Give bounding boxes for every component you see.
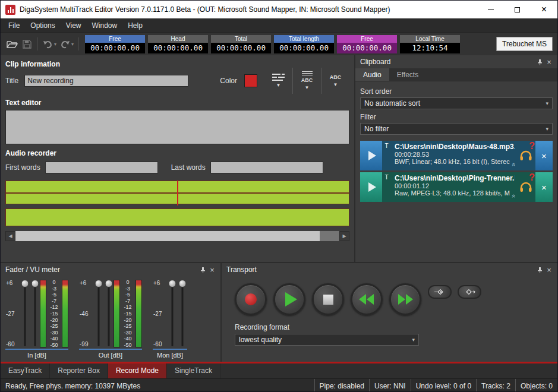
app-window: DigaSystem MultiTrack Editor Version 7.0…: [0, 0, 558, 392]
fader-slider[interactable]: [177, 279, 187, 349]
abc-text-dropdown[interactable]: ABC ▼: [321, 68, 349, 94]
playhead-cursor[interactable]: [177, 181, 178, 206]
close-button[interactable]: ×: [531, 1, 557, 18]
pin-icon[interactable]: [198, 265, 207, 274]
save-button[interactable]: [20, 36, 34, 52]
toolbar-separator: [78, 37, 78, 50]
fader-scale-labels: +6 -27 -60: [153, 279, 167, 349]
stop-button[interactable]: [312, 283, 344, 315]
waveform-display[interactable]: [5, 181, 349, 226]
collapse-chevrons-icon[interactable]: «: [510, 194, 516, 198]
track-layout-dropdown[interactable]: ▼: [264, 68, 292, 94]
fader-slider[interactable]: [20, 279, 30, 349]
clip-color-swatch[interactable]: [244, 74, 257, 87]
remove-item-button[interactable]: ×: [535, 141, 553, 170]
redo-button[interactable]: [58, 36, 72, 52]
menu-item-file[interactable]: File: [3, 18, 25, 33]
play-item-button[interactable]: [360, 141, 382, 170]
fader-footer: In [dB] Out [dB] Mon [dB]: [1, 349, 220, 362]
close-icon: ×: [541, 5, 547, 14]
redo-dropdown-arrow[interactable]: ▾: [71, 42, 74, 47]
open-file-button[interactable]: [5, 36, 20, 52]
scroll-right-button[interactable]: ▶: [339, 231, 349, 241]
text-lines-dropdown[interactable]: ABC ▼: [293, 68, 321, 94]
scroll-left-button[interactable]: ◀: [5, 231, 15, 241]
fader-title: Fader / VU meter: [5, 265, 198, 274]
audio-recorder-title: Audio recorder: [1, 144, 354, 160]
tab-audio[interactable]: Audio: [355, 68, 389, 81]
menu-item-options[interactable]: Options: [25, 18, 60, 33]
fader-slider[interactable]: [167, 279, 177, 349]
object-marker-button-2[interactable]: [458, 285, 481, 299]
fader-knob[interactable]: [21, 280, 29, 287]
menu-bar: File Options View Window Help: [1, 18, 557, 33]
clipboard-item[interactable]: T C:\Users\nin\Desktop\Ping-Trenner.MP3 …: [360, 172, 553, 202]
tab-effects[interactable]: Effects: [389, 68, 426, 81]
pin-icon[interactable]: [535, 57, 544, 67]
recording-format-value: lowest quality: [239, 336, 282, 344]
tab-reporter-box[interactable]: Reporter Box: [50, 363, 108, 378]
scale-bottom: -60: [153, 341, 162, 347]
pin-icon[interactable]: [535, 265, 544, 274]
undo-icon: [43, 40, 53, 49]
question-icon: ?: [529, 141, 535, 151]
collapse-chevrons-icon[interactable]: «: [510, 163, 516, 166]
record-icon: [245, 293, 257, 305]
close-panel-icon[interactable]: ×: [544, 265, 554, 274]
item-type-label: T: [382, 141, 391, 170]
fader-knob[interactable]: [168, 280, 176, 287]
undo-button[interactable]: [40, 36, 55, 52]
minimize-button[interactable]: [477, 1, 504, 18]
clipboard-body: Sort order No automatic sort ▾ Filter No…: [355, 81, 557, 204]
prelisten-button[interactable]: ?: [516, 141, 535, 170]
font-selector-button[interactable]: Trebuchet MS: [496, 37, 553, 51]
horizontal-scrollbar[interactable]: ◀ ▶: [5, 231, 349, 241]
window-controls: ×: [477, 1, 557, 18]
clipboard-item[interactable]: T C:\Users\nin\Desktop\Maus-48.mp3.wav 0…: [360, 141, 553, 170]
fader-knob[interactable]: [94, 280, 102, 287]
fader-knob[interactable]: [178, 280, 186, 287]
undo-dropdown-arrow[interactable]: ▾: [54, 42, 56, 47]
first-words-input[interactable]: [45, 162, 158, 173]
scale-top: +6: [80, 280, 86, 286]
timebox-value: 00:00:00.00: [337, 43, 397, 53]
clip-title-input[interactable]: [24, 75, 188, 87]
tab-easytrack[interactable]: EasyTrack: [1, 363, 50, 378]
fader-knob[interactable]: [105, 280, 112, 287]
scrollbar-thumb[interactable]: [15, 231, 320, 241]
waveform-track-2[interactable]: [5, 208, 349, 226]
item-path: C:\Users\nin\Desktop\Maus-48.mp3.wav: [395, 143, 515, 151]
mode-tab-bar: EasyTrack Reporter Box Record Mode Singl…: [1, 363, 557, 378]
scrollbar-track[interactable]: [15, 231, 339, 241]
close-panel-icon[interactable]: ×: [544, 57, 554, 67]
fader-knob[interactable]: [31, 280, 39, 287]
menu-item-window[interactable]: Window: [87, 18, 123, 33]
object-marker-button-1[interactable]: [428, 285, 452, 299]
rewind-button[interactable]: [351, 283, 383, 315]
scale-mid: -27: [153, 311, 162, 317]
maximize-button[interactable]: [504, 1, 531, 18]
text-editor-area[interactable]: [5, 110, 349, 144]
fader-slider[interactable]: [103, 279, 114, 349]
recording-format-select[interactable]: lowest quality ▾: [235, 334, 419, 346]
record-button[interactable]: [235, 283, 267, 315]
close-panel-icon[interactable]: ×: [207, 265, 217, 274]
color-label: Color: [220, 77, 237, 85]
first-words-label: First words: [5, 163, 40, 172]
filter-select[interactable]: No filter ▾: [360, 123, 553, 135]
fast-forward-button[interactable]: [389, 283, 421, 315]
prelisten-button[interactable]: ?: [516, 172, 535, 202]
play-button[interactable]: [273, 283, 305, 315]
status-undo: Undo level: 0 of 0: [411, 379, 476, 392]
fader-slider[interactable]: [93, 279, 103, 349]
remove-item-button[interactable]: ×: [535, 172, 553, 202]
last-words-input[interactable]: [210, 162, 323, 173]
menu-item-help[interactable]: Help: [122, 18, 148, 33]
tab-singletrack[interactable]: SingleTrack: [167, 363, 220, 378]
fast-forward-icon: [398, 294, 413, 305]
tab-record-mode[interactable]: Record Mode: [108, 363, 167, 378]
play-item-button[interactable]: [360, 172, 382, 202]
menu-item-view[interactable]: View: [61, 18, 87, 33]
sort-order-select[interactable]: No automatic sort ▾: [360, 97, 553, 109]
fader-slider[interactable]: [30, 279, 40, 349]
